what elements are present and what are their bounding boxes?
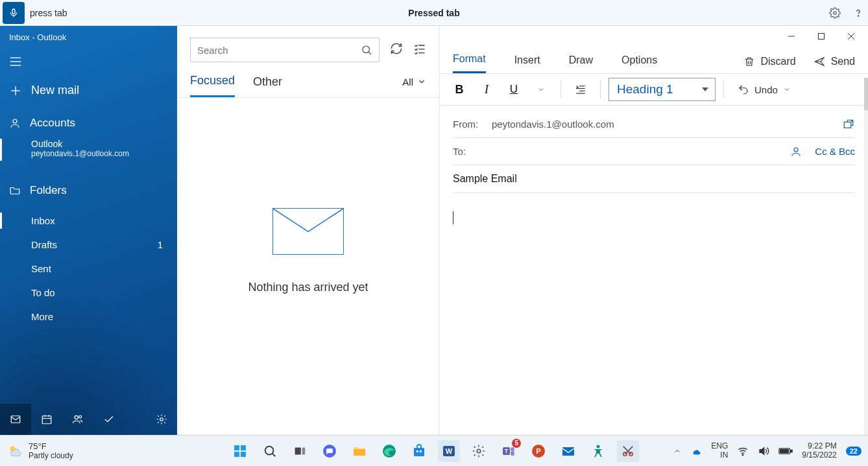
maximize-icon [817,32,825,40]
outlook-app: Inbox - Outlook New mail Accounts Outloo… [0,26,868,435]
word-icon: W [441,443,457,459]
send-button[interactable]: Send [813,56,855,67]
app-title: Inbox - Outlook [0,26,177,49]
search-button[interactable] [259,440,281,462]
accessibility-button[interactable] [587,440,609,462]
explorer-button[interactable] [348,440,370,462]
weather-widget[interactable]: 75°F Partly cloudy [6,441,73,460]
taskview-button[interactable] [289,440,311,462]
filter-dropdown[interactable]: All [402,76,426,95]
settings-gear-icon[interactable] [829,7,841,19]
svg-rect-37 [302,447,306,454]
account-name: Outlook [31,139,168,149]
mic-button[interactable] [3,2,25,24]
language-indicator[interactable]: ENG IN [711,442,728,460]
svg-rect-27 [844,122,851,128]
style-dropdown[interactable]: Heading 1 [609,78,716,101]
help-icon[interactable] [852,7,864,19]
teams-button[interactable]: T 5 [498,440,520,462]
folder-sent[interactable]: Sent [0,257,177,281]
snip-button[interactable] [617,440,639,462]
word-button[interactable]: W [438,440,460,462]
svg-rect-33 [241,452,246,457]
discard-button[interactable]: Discard [743,56,795,67]
to-row[interactable]: To: Cc & Bcc [453,138,855,165]
nav-mail[interactable] [0,404,31,435]
edge-button[interactable] [378,440,400,462]
tab-other[interactable]: Other [253,75,282,97]
trash-icon [743,56,755,67]
folder-more[interactable]: More [0,305,177,329]
notification-badge[interactable]: 22 [846,447,862,456]
store-button[interactable] [408,440,430,462]
contacts-icon[interactable] [790,146,802,157]
undo-button[interactable]: Undo [732,78,797,101]
nav-settings[interactable] [146,404,177,435]
new-mail-button[interactable]: New mail [0,75,177,109]
compose-pane: Format Insert Draw Options Discard Send … [440,26,868,435]
svg-rect-30 [234,445,239,450]
folders-header[interactable]: Folders [0,176,177,202]
onedrive-icon[interactable] [690,445,702,457]
tab-options[interactable]: Options [621,54,657,73]
from-value[interactable]: peytondavis.1@outlook.com [492,119,614,130]
svg-point-16 [160,418,163,421]
nav-calendar[interactable] [31,404,62,435]
close-button[interactable] [847,31,855,43]
folder-inbox[interactable]: Inbox [0,209,177,233]
font-more-button[interactable] [529,78,553,101]
tab-format[interactable]: Format [453,53,486,73]
svg-rect-39 [326,449,333,453]
subject-input[interactable]: Sample Email [453,165,855,193]
svg-point-8 [13,119,17,123]
powerpoint-button[interactable]: P [527,440,549,462]
tab-insert[interactable]: Insert [514,54,540,73]
hamburger-button[interactable] [0,49,177,75]
system-tray: ENG IN 9:22 PM 9/15/2022 22 [673,442,862,460]
svg-rect-54 [562,447,574,456]
settings-app-button[interactable] [468,440,490,462]
folder-todo[interactable]: To do [0,281,177,305]
clock[interactable]: 9:22 PM 9/15/2022 [802,442,836,460]
nav-people[interactable] [62,404,93,435]
weather-temp: 75°F [29,441,73,451]
start-button[interactable] [229,440,251,462]
select-mode-button[interactable] [413,42,426,58]
svg-point-14 [75,415,78,419]
popout-icon[interactable] [842,119,855,130]
tab-draw[interactable]: Draw [569,54,593,73]
sidebar: Inbox - Outlook New mail Accounts Outloo… [0,26,177,435]
mail-icon [10,414,21,425]
underline-button[interactable]: U [502,78,525,101]
minimize-button[interactable] [788,31,795,43]
wifi-icon[interactable] [737,445,749,457]
sync-button[interactable] [390,42,403,58]
chevron-down-icon [537,86,545,93]
close-icon [847,32,855,40]
search-field[interactable] [197,45,361,56]
snip-icon [621,444,635,458]
svg-point-58 [743,454,744,456]
empty-state: Nothing has arrived yet [177,98,439,435]
italic-button[interactable]: I [475,78,498,101]
svg-rect-40 [354,449,365,456]
maximize-button[interactable] [817,31,825,43]
mail-app-button[interactable] [557,440,579,462]
battery-icon[interactable] [778,447,793,456]
scrollbar[interactable] [864,78,868,435]
bold-button[interactable]: B [448,78,471,101]
volume-icon[interactable] [758,445,769,457]
cc-bcc-button[interactable]: Cc & Bcc [815,146,855,157]
tab-focused[interactable]: Focused [190,74,235,97]
email-body[interactable] [440,193,868,435]
accounts-header[interactable]: Accounts [0,109,177,135]
search-icon[interactable] [361,44,372,56]
tray-overflow-icon[interactable] [673,447,681,455]
account-item[interactable]: Outlook peytondavis.1@outlook.com [0,135,177,165]
nav-todo[interactable] [93,404,125,435]
paragraph-button[interactable] [569,78,592,101]
chat-button[interactable] [319,440,341,462]
text-cursor [453,211,453,224]
search-input[interactable] [190,38,380,62]
folder-drafts[interactable]: Drafts 1 [0,233,177,257]
